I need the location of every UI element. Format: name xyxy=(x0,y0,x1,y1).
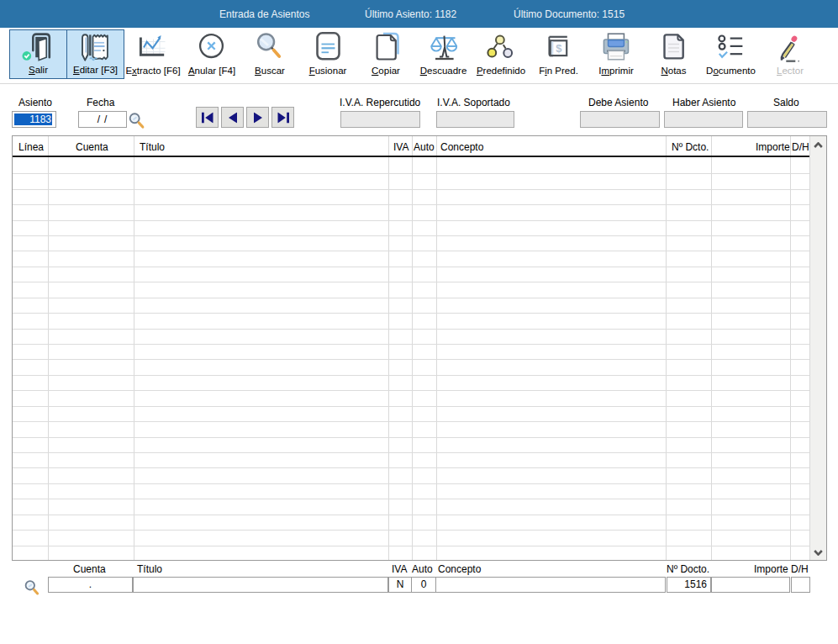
svg-text:$: $ xyxy=(556,42,562,55)
